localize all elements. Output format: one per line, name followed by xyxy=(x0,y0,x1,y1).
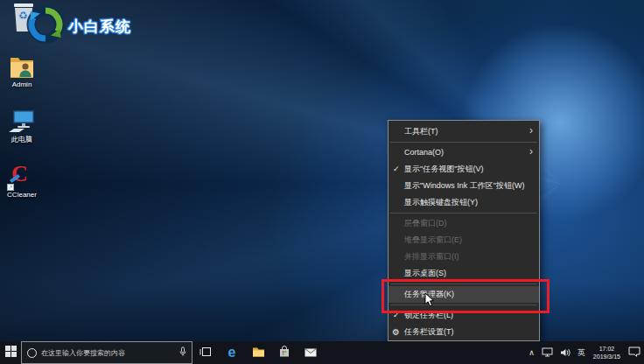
desktop-icon-label: Admin xyxy=(12,80,32,88)
menu-item-label: 任务栏设置(T) xyxy=(404,327,454,336)
menu-item-label: 工具栏(T) xyxy=(404,127,438,136)
ccleaner-icon: C ↗ xyxy=(9,163,35,189)
cortana-icon xyxy=(27,348,37,358)
computer-icon xyxy=(8,108,36,134)
submenu-arrow-icon: › xyxy=(529,144,533,160)
system-tray: ∧ 英 xyxy=(525,341,644,364)
show-hidden-icons-button[interactable]: ∧ xyxy=(525,341,538,364)
clock-date: 2019/3/15 xyxy=(593,353,620,360)
menu-item-label: 层叠窗口(D) xyxy=(404,219,447,228)
menu-item-label: 显示"Windows Ink 工作区"按钮(W) xyxy=(404,181,524,190)
submenu-arrow-icon: › xyxy=(529,122,533,139)
desktop-icon-ccleaner[interactable]: C ↗ CCleaner xyxy=(2,163,42,199)
menu-item-label: 显示"任务视图"按钮(V) xyxy=(404,164,483,173)
taskbar-context-menu: 工具栏(T) › Cortana(O) › ✓ 显示"任务视图"按钮(V) 显示… xyxy=(388,120,540,341)
taskbar-search-input[interactable]: 在这里输入你要搜索的内容 xyxy=(21,341,192,364)
ethernet-icon xyxy=(542,345,553,360)
menu-item-show-task-view-button[interactable]: ✓ 显示"任务视图"按钮(V) xyxy=(388,161,539,178)
desktop-icon-label: 此电脑 xyxy=(11,136,32,144)
taskbar-app-edge[interactable]: e xyxy=(219,341,245,364)
mail-icon xyxy=(304,345,317,360)
logo-text: 小白系统 xyxy=(68,17,131,37)
desktop-icon-label: CCleaner xyxy=(7,191,37,199)
volume-tray-button[interactable] xyxy=(556,341,574,364)
menu-item-label: 锁定任务栏(L) xyxy=(404,311,453,319)
shortcut-arrow-icon: ↗ xyxy=(7,184,14,191)
action-center-button[interactable] xyxy=(625,341,644,364)
menu-item-label: Cortana(O) xyxy=(404,148,444,157)
checkmark-icon: ✓ xyxy=(393,161,400,178)
ime-indicator[interactable]: 英 xyxy=(574,341,589,364)
menu-item-show-desktop[interactable]: 显示桌面(S) xyxy=(388,265,539,282)
checkmark-icon: ✓ xyxy=(393,307,400,324)
menu-item-label: 堆叠显示窗口(E) xyxy=(404,235,462,244)
menu-item-label: 显示桌面(S) xyxy=(404,269,446,277)
menu-item-label: 显示触摸键盘按钮(Y) xyxy=(404,198,478,206)
menu-item-show-touch-keyboard-button[interactable]: 显示触摸键盘按钮(Y) xyxy=(388,194,539,211)
windows-logo-icon xyxy=(5,345,17,360)
network-tray-button[interactable] xyxy=(538,341,556,364)
desktop-icon-this-pc[interactable]: 此电脑 xyxy=(2,108,42,144)
menu-item-show-windows-ink-workspace-button[interactable]: 显示"Windows Ink 工作区"按钮(W) xyxy=(388,178,539,194)
menu-item-cortana[interactable]: Cortana(O) › xyxy=(388,144,539,161)
menu-item-show-windows-stacked: 堆叠显示窗口(E) xyxy=(388,232,539,248)
taskbar-app-mail[interactable] xyxy=(298,341,324,364)
desktop-wallpaper xyxy=(0,0,644,364)
search-placeholder: 在这里输入你要搜索的内容 xyxy=(41,348,175,358)
xiaobai-logo: 小白系统 xyxy=(24,4,131,49)
taskbar-clock[interactable]: 17:02 2019/3/15 xyxy=(589,341,625,364)
desktop-icon-admin[interactable]: Admin xyxy=(2,52,42,88)
menu-item-lock-taskbar[interactable]: ✓ 锁定任务栏(L) xyxy=(388,307,539,324)
chevron-up-icon: ∧ xyxy=(528,348,535,357)
task-view-button[interactable] xyxy=(192,341,219,364)
taskbar-app-file-explorer[interactable] xyxy=(245,341,271,364)
menu-item-label: 任务管理器(K) xyxy=(404,290,454,298)
menu-item-task-manager[interactable]: 任务管理器(K) xyxy=(388,286,539,303)
microphone-icon[interactable] xyxy=(179,345,186,360)
menu-item-taskbar-settings[interactable]: ⚙ 任务栏设置(T) xyxy=(388,324,539,340)
action-center-icon xyxy=(628,345,640,360)
xiaobai-logo-mark-icon xyxy=(24,4,66,49)
task-view-icon xyxy=(200,345,212,360)
gear-icon: ⚙ xyxy=(392,324,400,340)
taskbar: 在这里输入你要搜索的内容 e xyxy=(0,341,644,364)
screen: ♻ 小白系统 Admin xyxy=(0,0,644,364)
menu-item-toolbars[interactable]: 工具栏(T) › xyxy=(388,123,539,140)
menu-item-label: 并排显示窗口(I) xyxy=(404,252,459,261)
folder-icon xyxy=(252,345,265,360)
menu-item-show-windows-side-by-side: 并排显示窗口(I) xyxy=(388,248,539,265)
store-icon xyxy=(278,345,290,360)
clock-time: 17:02 xyxy=(599,345,615,353)
edge-icon: e xyxy=(228,346,236,360)
speaker-icon xyxy=(560,345,570,360)
user-folder-icon xyxy=(9,52,35,79)
start-button[interactable] xyxy=(0,341,21,364)
taskbar-app-store[interactable] xyxy=(271,341,298,364)
menu-item-cascade-windows: 层叠窗口(D) xyxy=(388,215,539,232)
